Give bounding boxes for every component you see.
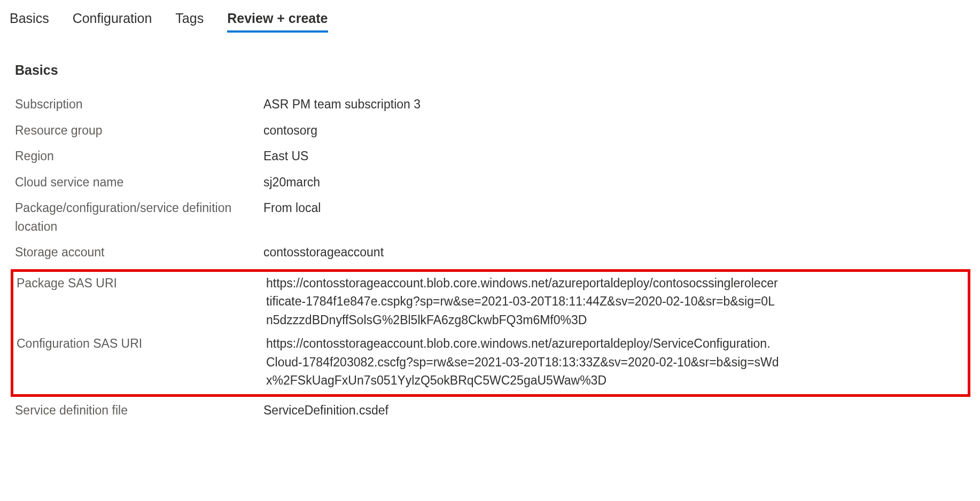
value-package-sas-uri: https://contosstorageaccount.blob.core.w… <box>266 274 779 330</box>
label-config-sas-uri: Configuration SAS URI <box>15 334 266 353</box>
row-package-location: Package/configuration/service definition… <box>15 199 970 236</box>
value-subscription: ASR PM team subscription 3 <box>263 95 776 114</box>
label-subscription: Subscription <box>15 95 263 114</box>
value-region: East US <box>263 147 776 166</box>
row-subscription: Subscription ASR PM team subscription 3 <box>15 95 970 114</box>
label-resource-group: Resource group <box>15 121 263 140</box>
value-storage-account: contosstorageaccount <box>263 243 776 262</box>
value-config-sas-uri: https://contosstorageaccount.blob.core.w… <box>266 334 779 390</box>
value-package-location: From local <box>263 199 776 217</box>
label-service-definition-file: Service definition file <box>15 401 263 420</box>
label-package-sas-uri: Package SAS URI <box>15 274 266 293</box>
tab-basics[interactable]: Basics <box>10 11 49 33</box>
label-storage-account: Storage account <box>15 243 263 262</box>
tab-configuration[interactable]: Configuration <box>73 11 152 33</box>
row-storage-account: Storage account contosstorageaccount <box>15 243 970 262</box>
row-service-definition-file: Service definition file ServiceDefinitio… <box>15 401 970 420</box>
highlight-sas-uris: Package SAS URI https://contosstorageacc… <box>11 269 970 397</box>
label-package-location: Package/configuration/service definition… <box>15 199 263 236</box>
row-resource-group: Resource group contosorg <box>15 121 970 140</box>
tab-bar: Basics Configuration Tags Review + creat… <box>10 11 970 33</box>
row-package-sas-uri: Package SAS URI https://contosstorageacc… <box>15 274 966 330</box>
row-region: Region East US <box>15 147 970 166</box>
review-content: Basics Subscription ASR PM team subscrip… <box>10 62 970 419</box>
row-cloud-service-name: Cloud service name sj20march <box>15 173 970 192</box>
value-service-definition-file: ServiceDefinition.csdef <box>263 401 776 420</box>
value-cloud-service-name: sj20march <box>263 173 776 192</box>
section-title-basics: Basics <box>15 62 970 78</box>
tab-review-create[interactable]: Review + create <box>227 11 328 33</box>
value-resource-group: contosorg <box>263 121 776 140</box>
tab-tags[interactable]: Tags <box>175 11 204 33</box>
label-cloud-service-name: Cloud service name <box>15 173 263 192</box>
label-region: Region <box>15 147 263 166</box>
row-config-sas-uri: Configuration SAS URI https://contosstor… <box>15 334 966 390</box>
